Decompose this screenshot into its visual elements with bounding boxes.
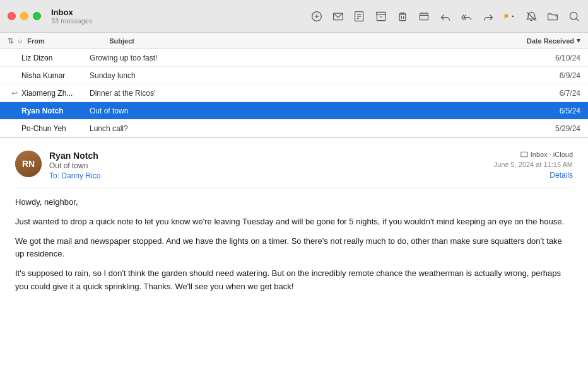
email-list: ⇅ ○ From Subject Date Received ▾ Liz Diz…	[0, 33, 588, 138]
main-content: ⇅ ○ From Subject Date Received ▾ Liz Diz…	[0, 33, 588, 368]
sender-info: Ryan Notch Out of town To: Danny Rico	[49, 151, 494, 180]
close-button[interactable]	[8, 12, 16, 20]
reply-icon[interactable]	[439, 10, 452, 23]
body-paragraph-3: It's supposed to rain, so I don't think …	[15, 267, 573, 294]
col-date-header: Date Received ▾	[467, 37, 580, 45]
svg-line-19	[576, 18, 579, 21]
traffic-lights	[8, 12, 41, 20]
svg-point-18	[570, 12, 577, 19]
svg-rect-10	[399, 14, 406, 20]
col-subject-header: Subject	[109, 37, 467, 45]
email-row[interactable]: Nisha Kumar Sunday lunch 6/9/24	[0, 67, 588, 84]
date-sort-chevron[interactable]: ▾	[577, 37, 580, 45]
details-link[interactable]: Details	[550, 171, 573, 180]
minimize-button[interactable]	[20, 12, 28, 20]
title-info: Inbox 33 messages	[51, 8, 92, 25]
reply-all-icon[interactable]	[461, 10, 473, 23]
email-subject: Dinner at the Ricos'	[90, 89, 530, 98]
date-received: 5/29/24	[530, 124, 580, 133]
body-greeting: Howdy, neighbor,	[15, 196, 573, 209]
reply-indicator: ↩	[8, 89, 21, 98]
sort-controls[interactable]: ⇅ ○	[8, 37, 22, 45]
toolbar	[310, 10, 580, 23]
detail-sender-name: Ryan Notch	[49, 151, 494, 161]
fullscreen-button[interactable]	[33, 12, 41, 20]
date-received: 6/9/24	[530, 71, 580, 80]
avatar	[15, 151, 42, 177]
avatar-image	[15, 151, 42, 177]
email-row[interactable]: Liz Dizon Growing up too fast! 6/10/24	[0, 49, 588, 67]
email-row[interactable]: ↩ Xiaomeng Zh... Dinner at the Ricos' 6/…	[0, 84, 588, 102]
filter-icon[interactable]: ○	[18, 37, 22, 45]
mute-icon[interactable]	[525, 10, 538, 23]
inbox-tag: Inbox · iCloud	[520, 151, 573, 158]
sender-name: Xiaomeng Zh...	[21, 89, 90, 98]
email-subject: Sunday lunch	[90, 71, 530, 80]
email-row-selected[interactable]: Ryan Notch Out of town 6/5/24	[0, 102, 588, 120]
detail-date-time: June 5, 2024 at 11:15 AM	[494, 161, 573, 168]
col-from-header: From	[27, 37, 109, 45]
trash-icon[interactable]	[396, 10, 409, 23]
email-detail: Ryan Notch Out of town To: Danny Rico In…	[0, 138, 588, 368]
inbox-label: Inbox · iCloud	[531, 151, 573, 158]
date-received: 6/7/24	[530, 89, 580, 98]
detail-header: Ryan Notch Out of town To: Danny Rico In…	[15, 151, 573, 180]
sender-name: Liz Dizon	[21, 54, 90, 62]
body-paragraph-1: Just wanted to drop a quick note to let …	[15, 216, 573, 229]
sort-order-icon[interactable]: ⇅	[8, 37, 14, 45]
detail-to: To: Danny Rico	[49, 171, 494, 180]
to-label: To:	[49, 171, 59, 180]
list-header: ⇅ ○ From Subject Date Received ▾	[0, 33, 588, 49]
organize-icon[interactable]	[546, 10, 559, 23]
app-title: Inbox	[51, 8, 92, 17]
svg-rect-8	[377, 12, 386, 14]
sender-name: Ryan Notch	[21, 106, 90, 115]
date-received: 6/10/24	[530, 54, 580, 62]
detail-subject: Out of town	[49, 161, 494, 170]
compose-icon[interactable]	[353, 10, 366, 23]
new-message-icon[interactable]	[332, 10, 344, 23]
compose-note-icon[interactable]	[310, 10, 323, 23]
body-paragraph-2: We got the mail and newspaper stopped. A…	[15, 235, 573, 262]
date-received: 6/5/24	[530, 106, 580, 115]
email-subject: Growing up too fast!	[90, 54, 530, 62]
svg-rect-13	[420, 13, 428, 20]
email-row[interactable]: Po-Chun Yeh Lunch call? 5/29/24	[0, 120, 588, 137]
flag-icon[interactable]	[503, 10, 516, 23]
archive-icon[interactable]	[375, 10, 387, 23]
email-body: Howdy, neighbor, Just wanted to drop a q…	[15, 196, 573, 294]
junk-icon[interactable]	[418, 10, 430, 23]
to-name: Danny Rico	[61, 171, 100, 180]
header-divider	[15, 188, 573, 188]
detail-meta: Inbox · iCloud June 5, 2024 at 11:15 AM …	[494, 151, 573, 180]
email-subject: Out of town	[90, 106, 530, 115]
title-bar: Inbox 33 messages	[0, 0, 588, 33]
search-icon[interactable]	[568, 10, 580, 23]
sender-name: Po-Chun Yeh	[21, 124, 90, 133]
forward-icon[interactable]	[482, 10, 495, 23]
email-subject: Lunch call?	[90, 124, 530, 133]
sender-name: Nisha Kumar	[21, 71, 90, 80]
message-count: 33 messages	[51, 17, 92, 25]
